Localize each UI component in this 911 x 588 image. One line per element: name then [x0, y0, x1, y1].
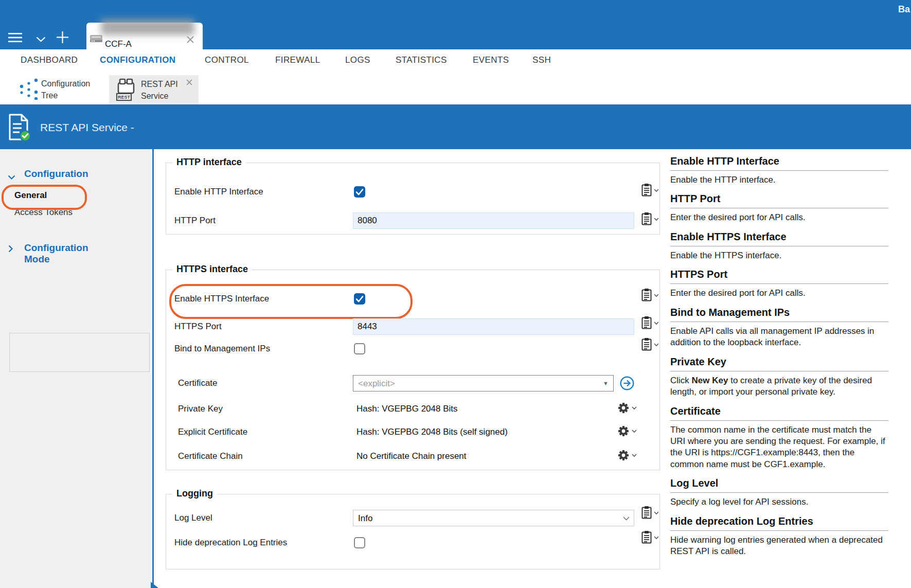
certificate-go-button[interactable] [619, 376, 635, 393]
sub-toolbar: Configuration Tree REST REST API Service [0, 72, 911, 104]
document-check-icon [8, 113, 31, 144]
nav-logs[interactable]: LOGS [345, 55, 370, 65]
help-entry: Private Key Click New Key to create a pr… [670, 356, 888, 398]
clipboard-caret-icon [654, 343, 659, 347]
sidebar-item-access-tokens[interactable]: Access Tokens [14, 207, 73, 218]
svg-text:REST: REST [118, 95, 131, 100]
chevron-down-icon [8, 171, 15, 183]
help-panel: Enable HTTP Interface Enable the HTTP in… [670, 155, 888, 565]
help-entry: Log Level Specify a log level for API se… [670, 477, 888, 508]
private-key-label: Private Key [178, 404, 223, 414]
help-title: Log Level [670, 477, 888, 493]
bind-management-ips-checkbox[interactable] [354, 343, 365, 354]
clipboard-caret-icon [654, 189, 659, 192]
dropdown-arrow-icon: ▼ [603, 380, 609, 386]
explicit-certificate-value: Hash: VGEPBG 2048 Bits (self signed) [356, 427, 508, 437]
help-title: HTTPS Port [670, 269, 888, 284]
rest-api-icon: REST [114, 78, 138, 104]
nav-statistics[interactable]: STATISTICS [396, 55, 447, 65]
help-body: Enter the desired port for API calls. [670, 288, 888, 299]
clipboard-caret-icon [654, 536, 659, 540]
sidebar-section-configuration-label: Configuration [24, 168, 88, 180]
bind-management-ips-label: Bind to Management IPs [174, 344, 270, 354]
http-port-context-menu-button[interactable] [641, 212, 652, 227]
app-window: CCF-A Ba DASHBOARD CONFIGURATION CONTROL… [0, 0, 911, 588]
hamburger-menu-icon[interactable] [8, 32, 22, 45]
nav-firewall[interactable]: FIREWALL [275, 55, 320, 65]
close-rest-tab-icon[interactable] [186, 78, 192, 87]
certificate-dropdown-value: <explicit> [358, 379, 395, 389]
logging-legend: Logging [172, 488, 217, 499]
nav-dashboard[interactable]: DASHBOARD [21, 55, 78, 65]
nav-configuration[interactable]: CONFIGURATION [100, 55, 175, 65]
hide-deprecation-checkbox[interactable] [354, 537, 365, 548]
log-level-value: Info [358, 513, 372, 524]
page-title: REST API Service - [40, 121, 134, 134]
rest-api-service-tab[interactable]: REST REST API Service [109, 75, 199, 104]
log-level-label: Log Level [174, 513, 212, 523]
help-body: Enable the HTTPS interface. [670, 250, 888, 261]
help-body: Click New Key to create a private key of… [670, 375, 888, 398]
clipboard-caret-icon [654, 511, 659, 515]
private-key-gear-button[interactable] [617, 401, 630, 417]
enable-https-label: Enable HTTPS Interface [174, 294, 269, 304]
panel-divider[interactable] [152, 149, 154, 588]
help-body: The common name in the certificate must … [670, 424, 888, 471]
help-title: HTTP Port [670, 193, 888, 208]
enable-http-context-menu-button[interactable] [641, 183, 652, 199]
https-interface-section: HTTPS interface Enable HTTPS Interface H… [166, 270, 660, 470]
configuration-tree-button[interactable]: Configuration Tree [0, 72, 103, 104]
window-title-overflow: Ba [898, 4, 910, 15]
explicit-certificate-gear-button[interactable] [617, 424, 630, 440]
certificate-label: Certificate [178, 378, 218, 388]
http-interface-legend: HTTP interface [172, 157, 246, 168]
sidebar-item-general[interactable]: General [14, 190, 47, 201]
clipboard-caret-icon [654, 294, 659, 297]
select-caret-icon [623, 516, 630, 521]
help-title: Certificate [670, 405, 888, 421]
explicit-certificate-label: Explicit Certificate [178, 427, 247, 437]
help-entry: Enable HTTP Interface Enable the HTTP in… [670, 155, 888, 186]
help-body: Enter the desired port for API calls. [670, 212, 888, 223]
bind-management-ips-context-menu-button[interactable] [641, 337, 652, 353]
https-port-context-menu-button[interactable] [641, 316, 652, 331]
clipboard-caret-icon [654, 322, 659, 325]
enable-https-context-menu-button[interactable] [641, 288, 652, 304]
enable-http-checkbox[interactable] [354, 186, 365, 198]
configuration-tree-label-line2: Tree [41, 90, 58, 101]
nav-events[interactable]: EVENTS [473, 55, 509, 65]
enable-http-label: Enable HTTP Interface [174, 187, 263, 197]
nav-control[interactable]: CONTROL [205, 55, 249, 65]
redacted-text-blur [101, 20, 194, 35]
gear-caret-icon [632, 430, 637, 433]
certificate-dropdown[interactable]: <explicit> ▼ [353, 375, 614, 391]
https-port-input[interactable] [353, 318, 634, 335]
nav-ssh[interactable]: SSH [532, 55, 551, 65]
appliance-icon [90, 33, 103, 47]
sidebar: Configuration General Access Tokens Conf… [0, 149, 151, 588]
help-entry: Hide deprecation Log Entries Hide warnin… [670, 515, 888, 558]
http-port-input[interactable] [353, 212, 634, 229]
sidebar-section-configuration-mode-label: Configuration Mode [24, 242, 88, 265]
help-entry: Certificate The common name in the certi… [670, 405, 888, 471]
log-level-select[interactable]: Info [353, 510, 634, 526]
session-tab[interactable]: CCF-A [86, 23, 203, 49]
log-level-context-menu-button[interactable] [641, 506, 652, 521]
close-tab-icon[interactable] [187, 36, 194, 45]
gear-caret-icon [632, 406, 637, 410]
help-body: Enable API calls via all management IP a… [670, 326, 888, 349]
help-entry: Bind to Management IPs Enable API calls … [670, 307, 888, 349]
certificate-chain-gear-button[interactable] [617, 449, 630, 464]
hide-deprecation-context-menu-button[interactable] [641, 530, 652, 546]
session-tab-label: CCF-A [105, 39, 132, 49]
enable-https-checkbox[interactable] [354, 293, 365, 305]
configuration-tree-icon [17, 77, 41, 102]
title-bar: CCF-A Ba [0, 0, 911, 49]
help-entry: HTTP Port Enter the desired port for API… [670, 193, 888, 223]
add-tab-icon[interactable] [57, 31, 68, 45]
rest-api-tab-label-line2: Service [141, 91, 168, 102]
chevron-down-icon[interactable] [36, 35, 46, 44]
clipboard-caret-icon [654, 218, 659, 221]
certificate-chain-value: No Certificate Chain present [356, 451, 467, 461]
private-key-value: Hash: VGEPBG 2048 Bits [356, 404, 458, 414]
